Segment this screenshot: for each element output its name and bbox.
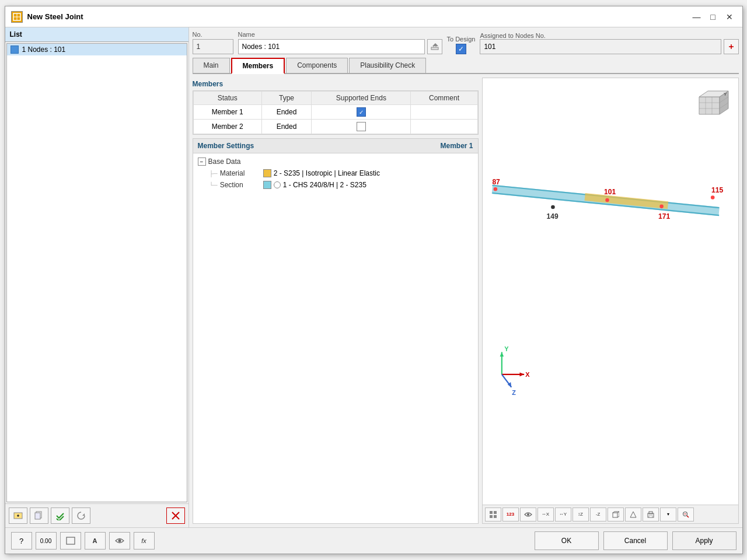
member-settings-section: Member Settings Member 1 − Base Data ├─ … xyxy=(193,138,479,524)
material-label: Material xyxy=(220,169,261,177)
material-color-swatch xyxy=(263,169,271,177)
view-mode-button[interactable] xyxy=(60,532,81,550)
view-btn-zoom[interactable] xyxy=(678,508,694,522)
name-edit-button[interactable] xyxy=(427,39,442,54)
svg-point-34 xyxy=(551,205,555,209)
svg-text:171: 171 xyxy=(658,212,670,220)
name-field-group: Name xyxy=(238,31,442,54)
window-title: New Steel Joint xyxy=(27,12,83,21)
maximize-button[interactable]: □ xyxy=(706,11,720,23)
no-label: No. xyxy=(193,31,233,38)
check-button[interactable] xyxy=(51,508,69,524)
visibility-button[interactable] xyxy=(109,532,130,550)
cancel-button[interactable]: Cancel xyxy=(603,531,668,550)
top-fields: No. Name xyxy=(193,31,739,54)
title-bar: New Steel Joint ― □ ✕ xyxy=(5,6,742,27)
tab-components[interactable]: Components xyxy=(286,58,348,73)
svg-rect-70 xyxy=(67,537,75,544)
apply-button[interactable]: Apply xyxy=(672,531,736,550)
title-bar-left: New Steel Joint xyxy=(11,11,83,23)
svg-text:87: 87 xyxy=(492,178,500,186)
node-picker-button[interactable] xyxy=(724,39,739,54)
formula-button[interactable]: fx xyxy=(134,532,155,550)
view-content: Y xyxy=(483,78,738,505)
action-buttons: OK Cancel Apply xyxy=(535,531,736,550)
svg-marker-18 xyxy=(699,97,720,114)
material-value-container: 2 - S235 | Isotropic | Linear Elastic xyxy=(263,169,380,177)
svg-line-68 xyxy=(687,516,689,517)
nodes-row xyxy=(480,39,738,54)
svg-rect-7 xyxy=(35,513,40,519)
bottom-left-buttons: ? 0.00 A fx xyxy=(11,532,155,550)
svg-text:Y: Y xyxy=(724,92,727,97)
members-left: Members Status Type Supported Ends Comme… xyxy=(193,78,479,524)
tree-toggle-base[interactable]: − xyxy=(198,158,206,166)
help-button[interactable]: ? xyxy=(11,532,32,550)
section-value-container: 1 - CHS 240/8/H | 2 - S235 xyxy=(263,181,366,189)
svg-marker-47 xyxy=(519,373,524,377)
member2-type: Ended xyxy=(261,120,311,134)
tab-members[interactable]: Members xyxy=(231,58,285,74)
member2-comment xyxy=(411,120,477,134)
member2-checkbox[interactable] xyxy=(357,122,366,131)
main-content-split: Members Status Type Supported Ends Comme… xyxy=(193,78,739,524)
tab-main[interactable]: Main xyxy=(193,58,230,73)
ok-button[interactable]: OK xyxy=(535,531,599,550)
decimal-button[interactable]: 0.00 xyxy=(36,532,57,550)
view-btn-box[interactable] xyxy=(608,508,624,522)
structural-diagram: 87 149 101 171 115 xyxy=(483,78,738,505)
list-item-icon xyxy=(11,46,19,54)
to-design-checkbox[interactable]: ✓ xyxy=(456,44,466,54)
view-btn-eye[interactable] xyxy=(520,508,536,522)
close-button[interactable]: ✕ xyxy=(722,11,736,23)
view-btn-print[interactable] xyxy=(643,508,659,522)
view-btn-wireframe[interactable] xyxy=(625,508,641,522)
section-value: 1 - CHS 240/8/H | 2 - S235 xyxy=(283,181,366,189)
display-button[interactable]: A xyxy=(85,532,106,550)
to-design-group: To Design ✓ xyxy=(447,36,476,54)
member1-status: Member 1 xyxy=(193,105,261,120)
nodes-input[interactable] xyxy=(480,39,721,54)
view-panel: Y xyxy=(482,78,739,524)
col-comment: Comment xyxy=(411,92,477,105)
svg-text:115: 115 xyxy=(711,186,723,194)
view-btn-x[interactable]: ↔X xyxy=(537,508,554,522)
delete-button[interactable] xyxy=(166,508,185,524)
section-row: └─ Section 1 - CHS 240/8/H | 2 - S235 xyxy=(196,179,476,191)
view-btn-numbers[interactable]: 123 xyxy=(502,508,519,522)
view-btn-neg-z[interactable]: -Z xyxy=(590,508,606,522)
material-row: ├─ Material 2 - S235 | Isotropic | Linea… xyxy=(196,167,476,179)
list-area: 1 Nodes : 101 xyxy=(6,43,187,502)
tab-plausibility[interactable]: Plausibility Check xyxy=(349,58,426,73)
add-item-button[interactable] xyxy=(9,508,27,524)
svg-point-56 xyxy=(527,513,529,516)
view-btn-dropdown[interactable]: ▾ xyxy=(660,508,676,522)
to-design-label: To Design xyxy=(447,36,476,43)
view-btn-layout[interactable] xyxy=(485,508,501,522)
col-supported-ends: Supported Ends xyxy=(312,92,411,105)
member1-checkbox[interactable]: ✓ xyxy=(357,107,366,117)
list-item[interactable]: 1 Nodes : 101 xyxy=(7,44,187,55)
svg-rect-11 xyxy=(431,47,438,50)
svg-text:101: 101 xyxy=(604,188,616,196)
svg-marker-63 xyxy=(630,512,636,517)
view-btn-z-down[interactable]: ↕Z xyxy=(573,508,589,522)
svg-marker-46 xyxy=(500,352,504,357)
no-input[interactable] xyxy=(193,39,233,54)
svg-rect-66 xyxy=(649,516,652,517)
base-data-label: Base Data xyxy=(208,158,241,166)
svg-point-36 xyxy=(659,205,664,209)
duplicate-button[interactable] xyxy=(30,508,48,524)
connector-section: └─ xyxy=(210,182,218,188)
svg-point-71 xyxy=(118,540,121,542)
member2-supported-ends xyxy=(312,120,411,134)
svg-rect-55 xyxy=(494,515,497,518)
view-btn-y[interactable]: ↔Y xyxy=(555,508,571,522)
reset-button[interactable] xyxy=(72,508,90,524)
tabs-row: Main Members Components Plausibility Che… xyxy=(193,58,739,74)
member1-supported-ends: ✓ xyxy=(312,105,411,120)
minimize-button[interactable]: ― xyxy=(690,11,704,23)
name-input[interactable] xyxy=(238,39,425,54)
col-status: Status xyxy=(193,92,261,105)
svg-text:Z: Z xyxy=(512,389,516,396)
